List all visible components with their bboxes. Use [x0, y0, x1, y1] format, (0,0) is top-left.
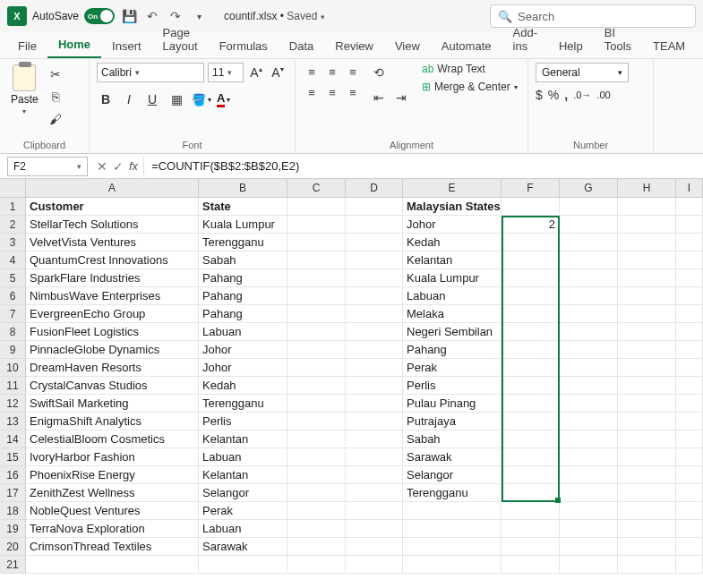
- cell-A20[interactable]: CrimsonThread Textiles: [26, 538, 199, 556]
- cell-C21[interactable]: [287, 556, 346, 574]
- format-painter-icon[interactable]: 🖌: [46, 109, 65, 129]
- cell-B11[interactable]: Kedah: [199, 377, 287, 395]
- font-size-select[interactable]: 11▾: [208, 63, 244, 82]
- column-header-G[interactable]: G: [560, 179, 618, 198]
- row-header[interactable]: 3: [0, 234, 26, 251]
- cell-H10[interactable]: [618, 359, 676, 377]
- cell-E9[interactable]: Pahang: [403, 341, 502, 359]
- cell-C19[interactable]: [287, 520, 346, 538]
- cell-F14[interactable]: [502, 430, 560, 448]
- cell-B8[interactable]: Labuan: [199, 323, 287, 341]
- decrease-indent-icon[interactable]: ⇤: [369, 88, 389, 107]
- align-middle-icon[interactable]: ≡: [323, 63, 341, 81]
- select-all-corner[interactable]: [0, 179, 26, 198]
- cell-I14[interactable]: [676, 430, 703, 448]
- cell-A3[interactable]: VelvetVista Ventures: [26, 234, 199, 251]
- toggle-switch[interactable]: On: [84, 8, 115, 24]
- cell-I7[interactable]: [676, 305, 703, 323]
- cell-G7[interactable]: [560, 305, 618, 323]
- cell-H18[interactable]: [618, 502, 676, 520]
- cell-F2[interactable]: 2: [502, 216, 560, 234]
- cell-F6[interactable]: [502, 287, 560, 305]
- cell-E13[interactable]: Putrajaya: [403, 413, 502, 430]
- cell-D11[interactable]: [346, 377, 403, 395]
- autosave-toggle[interactable]: AutoSave On: [32, 8, 115, 24]
- increase-font-icon[interactable]: A▴: [247, 65, 265, 80]
- cell-E19[interactable]: [403, 520, 502, 538]
- tab-page-layout[interactable]: Page Layout: [152, 21, 209, 58]
- row-header[interactable]: 4: [0, 251, 26, 269]
- cell-G2[interactable]: [560, 216, 618, 234]
- column-header-C[interactable]: C: [287, 179, 346, 198]
- row-header[interactable]: 10: [0, 359, 26, 377]
- cell-G9[interactable]: [560, 341, 618, 359]
- cell-A11[interactable]: CrystalCanvas Studios: [26, 377, 199, 395]
- cell-H3[interactable]: [618, 234, 676, 251]
- cell-G10[interactable]: [560, 359, 618, 377]
- cell-E17[interactable]: Terengganu: [403, 484, 502, 502]
- underline-button[interactable]: U: [143, 92, 161, 107]
- cell-F20[interactable]: [502, 538, 560, 556]
- cell-D12[interactable]: [346, 395, 403, 413]
- align-center-icon[interactable]: ≡: [323, 83, 341, 101]
- cell-I1[interactable]: [676, 198, 703, 216]
- cell-D4[interactable]: [346, 251, 403, 269]
- cell-D9[interactable]: [346, 341, 403, 359]
- cell-I11[interactable]: [676, 377, 703, 395]
- cell-G20[interactable]: [560, 538, 618, 556]
- cell-E12[interactable]: Pulau Pinang: [403, 395, 502, 413]
- align-left-icon[interactable]: ≡: [303, 83, 321, 101]
- row-header[interactable]: 13: [0, 413, 26, 430]
- cell-D19[interactable]: [346, 520, 403, 538]
- cell-D8[interactable]: [346, 323, 403, 341]
- cell-A6[interactable]: NimbusWave Enterprises: [26, 287, 199, 305]
- cell-C11[interactable]: [287, 377, 346, 395]
- cell-G17[interactable]: [560, 484, 618, 502]
- cell-G8[interactable]: [560, 323, 618, 341]
- file-name[interactable]: countif.xlsx • Saved ▾: [224, 10, 325, 22]
- cell-B7[interactable]: Pahang: [199, 305, 287, 323]
- cell-B13[interactable]: Perlis: [199, 413, 287, 430]
- cell-A19[interactable]: TerraNova Exploration: [26, 520, 199, 538]
- row-header[interactable]: 5: [0, 269, 26, 287]
- border-icon[interactable]: ▦: [167, 89, 186, 109]
- cell-D16[interactable]: [346, 466, 403, 484]
- cell-B15[interactable]: Labuan: [199, 448, 287, 466]
- tab-file[interactable]: File: [7, 34, 47, 58]
- cell-C12[interactable]: [287, 395, 346, 413]
- cell-D20[interactable]: [346, 538, 403, 556]
- italic-button[interactable]: I: [120, 92, 138, 107]
- cell-B3[interactable]: Terengganu: [199, 234, 287, 251]
- cell-H19[interactable]: [618, 520, 676, 538]
- cell-B6[interactable]: Pahang: [199, 287, 287, 305]
- cell-F16[interactable]: [502, 466, 560, 484]
- cell-F5[interactable]: [502, 269, 560, 287]
- enter-formula-icon[interactable]: ✓: [113, 159, 124, 174]
- column-header-A[interactable]: A: [26, 179, 199, 198]
- cell-B5[interactable]: Pahang: [199, 269, 287, 287]
- cell-H17[interactable]: [618, 484, 676, 502]
- cell-B21[interactable]: [199, 556, 287, 574]
- cell-F15[interactable]: [502, 448, 560, 466]
- cell-A1[interactable]: Customer: [26, 198, 199, 216]
- cell-C3[interactable]: [287, 234, 346, 251]
- cell-C20[interactable]: [287, 538, 346, 556]
- cell-F1[interactable]: [502, 198, 560, 216]
- cell-F11[interactable]: [502, 377, 560, 395]
- row-header[interactable]: 16: [0, 466, 26, 484]
- tab-add-ins[interactable]: Add-ins: [502, 21, 548, 58]
- cell-B4[interactable]: Sabah: [199, 251, 287, 269]
- cell-H15[interactable]: [618, 448, 676, 466]
- accounting-icon[interactable]: $: [536, 88, 543, 102]
- increase-decimal-icon[interactable]: .0→: [573, 89, 591, 100]
- cell-I13[interactable]: [676, 413, 703, 430]
- cell-H7[interactable]: [618, 305, 676, 323]
- cell-F3[interactable]: [502, 234, 560, 251]
- cell-H5[interactable]: [618, 269, 676, 287]
- cell-A2[interactable]: StellarTech Solutions: [26, 216, 199, 234]
- cell-C5[interactable]: [287, 269, 346, 287]
- cell-I10[interactable]: [676, 359, 703, 377]
- decrease-decimal-icon[interactable]: .00: [596, 89, 610, 100]
- cell-C6[interactable]: [287, 287, 346, 305]
- cell-F18[interactable]: [502, 502, 560, 520]
